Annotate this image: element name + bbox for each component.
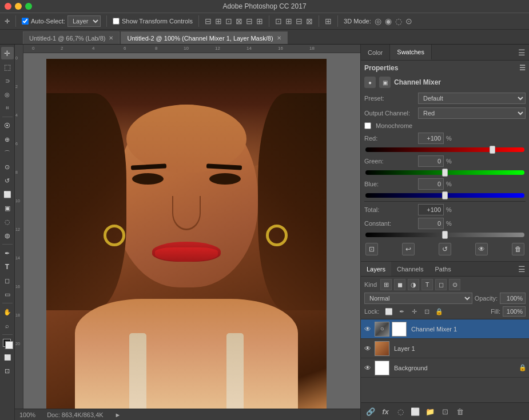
layer-item-channel-mixer[interactable]: 👁 ⊙ Channel Mixer 1: [361, 319, 529, 339]
tab-untitled-1[interactable]: Untitled-1 @ 66,7% (Lab/8) ✕: [23, 31, 120, 44]
lock-image[interactable]: ✒: [396, 306, 407, 317]
delete-layer-btn[interactable]: 🗑: [454, 405, 466, 418]
eraser-tool[interactable]: ⬜: [1, 188, 14, 201]
align-icon-4[interactable]: ⊠: [236, 17, 242, 26]
blue-slider-container[interactable]: [364, 193, 526, 198]
fill-input[interactable]: [503, 306, 526, 317]
dodge-tool[interactable]: ◍: [1, 229, 14, 242]
tab-1-close[interactable]: ✕: [109, 35, 113, 41]
quick-select-tool[interactable]: ◎: [1, 88, 14, 101]
adjustment-layer-btn[interactable]: ⬜: [409, 405, 421, 418]
red-slider-thumb[interactable]: [490, 146, 495, 154]
align-icon-3[interactable]: ⊡: [225, 17, 232, 26]
kind-filter-all[interactable]: ⊞: [380, 279, 392, 290]
distribute-icon-4[interactable]: ⊠: [306, 17, 313, 26]
history-tool[interactable]: ↺: [1, 174, 14, 187]
constant-slider-container[interactable]: [364, 233, 526, 237]
output-channel-dropdown[interactable]: Red: [418, 107, 526, 119]
lock-transparent[interactable]: ⬜: [384, 306, 394, 317]
layer-eye-background[interactable]: 👁: [363, 363, 372, 373]
eyedropper-tool[interactable]: ⦿: [1, 119, 14, 132]
blue-value-input[interactable]: [418, 178, 444, 190]
layer-eye-channel-mixer[interactable]: 👁: [363, 325, 372, 334]
layer-fx-btn[interactable]: fx: [379, 405, 392, 418]
lock-all[interactable]: 🔒: [434, 306, 444, 317]
distribute-icon-1[interactable]: ⊡: [275, 17, 282, 26]
monochrome-checkbox[interactable]: [364, 122, 371, 129]
tab-swatches[interactable]: Swatches: [390, 45, 432, 60]
lasso-tool[interactable]: ⊃: [1, 74, 14, 87]
blend-mode-select[interactable]: Normal: [364, 293, 472, 304]
tab-2-close[interactable]: ✕: [277, 35, 281, 41]
close-button[interactable]: [5, 3, 11, 10]
foreground-color[interactable]: [1, 337, 14, 350]
3d-icon-2[interactable]: ◉: [385, 17, 392, 26]
quick-mask-tool[interactable]: ⬜: [1, 351, 14, 363]
tab-color[interactable]: Color: [361, 45, 390, 60]
lock-artboards[interactable]: ⊡: [421, 306, 432, 317]
tab-layers[interactable]: Layers: [361, 262, 391, 276]
align-icon-5[interactable]: ⊟: [246, 17, 253, 26]
kind-filter-adjustment[interactable]: ◑: [408, 279, 419, 290]
blue-slider-thumb[interactable]: [442, 191, 448, 199]
move-tool[interactable]: ✛: [1, 47, 14, 59]
3d-icon-4[interactable]: ⊙: [405, 17, 412, 26]
layer-eye-layer1[interactable]: 👁: [363, 344, 372, 353]
layer-item-layer1[interactable]: 👁 Layer 1: [361, 339, 529, 358]
new-group-btn[interactable]: 📁: [424, 405, 436, 418]
delete-btn[interactable]: 🗑: [512, 243, 524, 255]
distribute-icon-3[interactable]: ⊟: [296, 17, 303, 26]
distribute-icon-2[interactable]: ⊞: [285, 17, 292, 26]
green-slider-thumb[interactable]: [442, 169, 448, 177]
constant-slider-thumb[interactable]: [442, 231, 448, 239]
crop-tool[interactable]: ⌗: [1, 102, 14, 114]
align-icon-1[interactable]: ⊟: [205, 17, 212, 26]
color-panel-menu[interactable]: ☰: [515, 45, 529, 60]
layer-item-background[interactable]: 👁 Background 🔒: [361, 358, 529, 378]
maximize-button[interactable]: [25, 3, 32, 10]
auto-select-checkbox[interactable]: [22, 18, 29, 25]
brush-tool[interactable]: ⌒: [1, 147, 14, 159]
align-icon-6[interactable]: ⊞: [256, 17, 263, 26]
green-slider-track[interactable]: [365, 170, 524, 175]
preset-dropdown[interactable]: Default: [418, 93, 526, 104]
lock-position[interactable]: ✛: [409, 306, 419, 317]
green-slider-container[interactable]: [364, 170, 526, 175]
3d-icon-3[interactable]: ◌: [395, 17, 402, 26]
visibility-btn[interactable]: 👁: [475, 243, 488, 255]
hand-tool[interactable]: ✋: [1, 306, 14, 318]
minimize-button[interactable]: [15, 3, 22, 10]
blur-tool[interactable]: ◌: [1, 215, 14, 228]
opacity-input[interactable]: [500, 293, 526, 304]
total-value-input[interactable]: [418, 204, 444, 215]
window-controls[interactable]: [5, 3, 32, 10]
layers-panel-menu[interactable]: ☰: [515, 262, 529, 276]
red-value-input[interactable]: [418, 133, 444, 144]
kind-filter-pixel[interactable]: ◼: [394, 279, 405, 290]
new-layer-btn[interactable]: ⊡: [439, 405, 451, 418]
tab-channels[interactable]: Channels: [391, 262, 429, 276]
type-tool[interactable]: T: [1, 261, 14, 273]
constant-value-input[interactable]: [418, 218, 444, 229]
kind-filter-type[interactable]: T: [421, 279, 433, 290]
align-icon-2[interactable]: ⊞: [215, 17, 222, 26]
gradient-tool[interactable]: ▣: [1, 202, 14, 214]
3d-icon-1[interactable]: ◎: [375, 17, 381, 26]
auto-select-dropdown[interactable]: Layer: [67, 15, 101, 27]
pen-tool[interactable]: ✒: [1, 247, 14, 259]
previous-state-btn[interactable]: ↩: [402, 243, 415, 255]
path-tool[interactable]: ◻: [1, 274, 14, 287]
healing-tool[interactable]: ⊕: [1, 133, 14, 146]
zoom-tool[interactable]: ⌕: [1, 319, 14, 332]
reset-btn[interactable]: ↺: [439, 243, 451, 255]
clone-tool[interactable]: ⊙: [1, 161, 14, 173]
tab-paths[interactable]: Paths: [429, 262, 457, 276]
clip-to-layer-btn[interactable]: ⊡: [365, 243, 378, 255]
red-slider-track[interactable]: [365, 147, 524, 152]
kind-filter-smart[interactable]: ⊙: [449, 279, 460, 290]
properties-menu-icon[interactable]: ☰: [519, 64, 526, 72]
add-mask-btn[interactable]: ◌: [394, 405, 407, 418]
transform-controls-checkbox[interactable]: [113, 18, 120, 25]
link-layers-btn[interactable]: 🔗: [364, 405, 377, 418]
kind-filter-shape[interactable]: ◻: [435, 279, 447, 290]
